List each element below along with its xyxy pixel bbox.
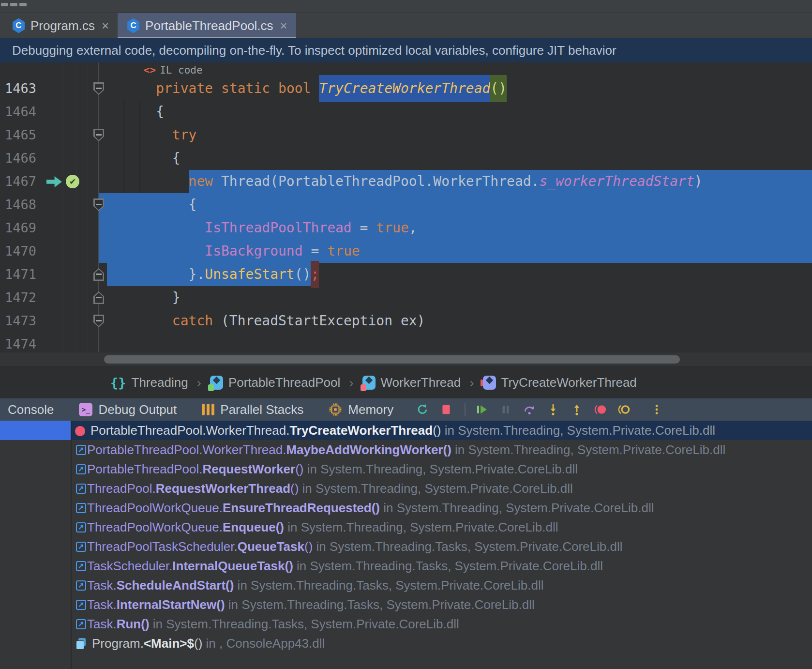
frame-parens: () [304,539,313,554]
external-frame-icon: ↗ [76,542,86,552]
tab-console[interactable]: Console [8,402,54,417]
frame-class-prefix: ThreadPoolWorkQueue. [87,501,223,515]
close-icon[interactable]: × [280,18,287,33]
code-text[interactable] [99,333,812,352]
stack-frame-row[interactable]: Program.<Main>$() in , ConsoleApp43.dll [72,634,812,653]
code-line[interactable]: 1467✔ new Thread(PortableThreadPool.Work… [0,170,812,193]
code-text[interactable]: try [99,123,812,147]
code-token [270,80,278,96]
il-code-lens[interactable]: <>IL code [144,63,203,77]
frame-text: Program.<Main>$() in , ConsoleApp43.dll [92,636,325,651]
code-line[interactable]: 1471 }.UnsafeStart(); [0,263,812,286]
code-line[interactable]: 1473 catch (ThreadStartException ex) [0,309,812,333]
line-number[interactable]: 1474 [0,333,44,352]
code-line[interactable]: 1474 [0,333,812,352]
line-number[interactable]: 1469 [0,216,44,240]
frame-class-prefix: PortableThreadPool.WorkerThread. [90,423,289,438]
stack-frame-row[interactable]: ↗ThreadPoolWorkQueue.Enqueue() in System… [72,517,812,537]
step-into-button[interactable] [546,402,560,417]
frame-text: PortableThreadPool.WorkerThread.TryCreat… [90,423,715,438]
external-frame-icon: ↗ [76,619,86,629]
line-number[interactable]: 1465 [0,123,44,147]
code-text[interactable]: }.UnsafeStart(); [99,263,812,286]
frame-text: ThreadPoolTaskScheduler.QueueTask() in S… [87,539,622,554]
threads-panel[interactable] [0,421,72,669]
breadcrumbs: {}Threading›PortableThreadPool›WorkerThr… [0,366,812,398]
stop-icon [440,403,452,416]
view-breakpoints-button[interactable] [593,402,608,417]
breadcrumb-item-workerthread[interactable]: WorkerThread [362,375,461,390]
code-line[interactable]: 1465 try [0,123,812,147]
step-out-button[interactable] [570,402,584,417]
code-line[interactable]: 1468 { [0,193,812,216]
stack-frame-row[interactable]: ↗TaskScheduler.InternalQueueTask() in Sy… [72,556,812,576]
code-text[interactable]: new Thread(PortableThreadPool.WorkerThre… [99,170,812,193]
il-brackets-icon: <> [144,64,156,76]
il-code-label: IL code [160,64,203,76]
code-line[interactable]: 1469 IsThreadPoolThread = true, [0,216,812,240]
code-text[interactable]: catch (ThreadStartException ex) [99,309,812,333]
scrollbar-thumb[interactable] [104,355,680,364]
line-number[interactable]: 1467 [0,170,44,193]
tab-parallel-stacks[interactable]: Parallel Stacks [202,402,303,417]
stack-frame-row[interactable]: ↗Task.Run() in System.Threading.Tasks, S… [72,614,812,634]
line-number[interactable]: 1473 [0,309,44,333]
rerun-button[interactable] [415,402,430,417]
step-over-button[interactable] [522,402,537,417]
code-token: s_workerThreadStart [539,173,694,189]
breadcrumb-item-trycreateworkerthread[interactable]: TryCreateWorkerThread [483,375,637,390]
code-text[interactable]: IsThreadPoolThread = true, [99,216,812,240]
breadcrumb-item-threading[interactable]: {}Threading [110,375,188,390]
horizontal-scrollbar[interactable] [0,352,812,366]
frame-class-prefix: TaskScheduler. [87,559,172,573]
external-frame-icon: ↗ [76,484,86,494]
close-icon[interactable]: × [102,18,109,33]
mute-breakpoints-button[interactable] [617,402,632,417]
frame-location: in System.Threading, System.Private.Core… [451,442,725,457]
stack-frame-row[interactable]: ↗Task.InternalStartNew() in System.Threa… [72,595,812,614]
line-number[interactable]: 1471 [0,263,44,286]
pause-button[interactable] [498,402,513,417]
stack-frame-row[interactable]: ↗ThreadPool.RequestWorkerThread() in Sys… [72,479,812,498]
tab-debug-output[interactable]: >_ Debug Output [79,402,177,417]
code-token [311,80,319,96]
stack-frame-row[interactable]: PortableThreadPool.WorkerThread.TryCreat… [72,421,812,440]
line-number[interactable]: 1468 [0,193,44,216]
code-text[interactable]: IsBackground = true [99,240,812,263]
line-number[interactable]: 1463 [0,77,44,100]
code-text[interactable]: { [99,193,812,216]
tab-memory[interactable]: Memory [329,402,393,417]
csharp-file-icon: C [12,18,26,33]
code-line[interactable]: 1472 } [0,286,812,309]
resume-button[interactable] [475,402,489,417]
stack-frame-row[interactable]: ↗PortableThreadPool.RequestWorker() in S… [72,459,812,479]
breadcrumb-item-portablethreadpool[interactable]: PortableThreadPool [210,375,340,390]
code-text[interactable]: } [99,286,812,309]
debugger-toolbar: Console >_ Debug Output Parallel Stacks … [0,398,812,421]
stack-frame-row[interactable]: ↗ThreadPoolTaskScheduler.QueueTask() in … [72,537,812,556]
code-line[interactable]: 1463 private static bool TryCreateWorker… [0,77,812,100]
code-text[interactable]: { [99,147,812,170]
code-token: ) [694,173,703,189]
more-options-button[interactable] [649,402,664,417]
line-number[interactable]: 1464 [0,100,44,123]
tab-portablethreadpool-cs[interactable]: C PortableThreadPool.cs × [118,13,296,38]
stack-frame-row[interactable]: ↗PortableThreadPool.WorkerThread.MaybeAd… [72,440,812,459]
stack-frame-row[interactable]: ↗ThreadPoolWorkQueue.EnsureThreadRequest… [72,498,812,517]
code-editor[interactable]: <>IL code 1463 private static bool TryCr… [0,62,812,352]
code-token: { [107,197,196,213]
code-line[interactable]: 1470 IsBackground = true [0,240,812,263]
line-number[interactable]: 1470 [0,240,44,263]
stop-button[interactable] [439,402,453,417]
line-number[interactable]: 1466 [0,147,44,170]
code-line[interactable]: 1466 { [0,147,812,170]
banner-link[interactable]: configure JIT behavior [492,43,617,58]
code-text[interactable]: private static bool TryCreateWorkerThrea… [99,77,812,100]
code-text[interactable]: { [99,100,812,123]
code-line[interactable]: 1464 { [0,100,812,123]
stack-frame-row[interactable]: ↗Task.ScheduleAndStart() in System.Threa… [72,576,812,595]
selected-thread-row[interactable] [0,421,71,440]
line-number[interactable]: 1472 [0,286,44,309]
frame-method-name: <Main>$ [144,636,194,651]
tab-program-cs[interactable]: C Program.cs × [3,13,118,38]
